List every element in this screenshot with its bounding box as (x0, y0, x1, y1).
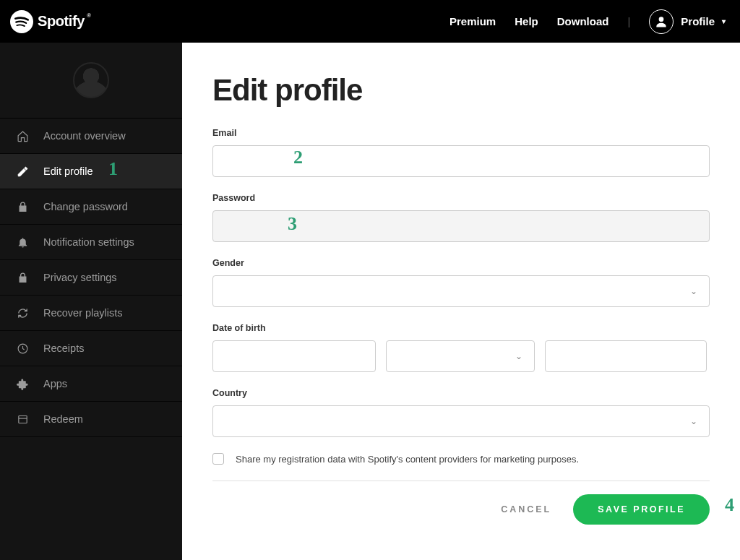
save-profile-button[interactable]: SAVE PROFILE (573, 494, 710, 525)
spotify-logo-icon (10, 10, 33, 33)
marketing-checkbox-row: Share my registration data with Spotify'… (212, 453, 710, 465)
sidebar-item-label: Recover playlists (43, 307, 123, 319)
page-title: Edit profile (212, 73, 710, 108)
country-select[interactable]: ⌄ (212, 405, 710, 437)
svg-rect-3 (18, 415, 26, 423)
sidebar-item-redeem[interactable]: Redeem (0, 402, 182, 437)
card-icon (16, 413, 29, 426)
label-country: Country (212, 388, 710, 398)
lock-icon (16, 201, 29, 213)
bell-icon (16, 236, 29, 249)
label-dob: Date of birth (212, 323, 710, 333)
sidebar-item-apps[interactable]: Apps (0, 366, 182, 402)
chevron-down-icon: ▾ (722, 17, 726, 25)
avatar-placeholder-icon (73, 62, 109, 98)
puzzle-icon (16, 378, 29, 390)
sidebar-item-overview[interactable]: Account overview (0, 119, 182, 154)
top-nav: Premium Help Download | Profile ▾ (449, 9, 726, 34)
password-input[interactable] (212, 210, 710, 242)
home-icon (16, 130, 29, 142)
avatar-icon (649, 9, 674, 34)
sidebar-item-change-password[interactable]: Change password (0, 189, 182, 225)
refresh-icon (16, 307, 29, 319)
sidebar-item-label: Privacy settings (43, 272, 117, 283)
profile-menu[interactable]: Profile ▾ (649, 9, 726, 34)
field-password: Password 3 (212, 193, 710, 242)
sidebar-item-label: Notification settings (43, 236, 134, 248)
nav-download[interactable]: Download (557, 15, 609, 27)
label-email: Email (212, 128, 710, 138)
sidebar: Account overview Edit profile 1 Change p… (0, 43, 182, 560)
sidebar-item-label: Apps (43, 378, 67, 389)
chevron-down-icon: ⌄ (690, 416, 697, 426)
button-row: CANCEL SAVE PROFILE 4 (212, 494, 710, 525)
cancel-button[interactable]: CANCEL (501, 504, 551, 514)
annotation-4: 4 (725, 494, 734, 516)
lock-icon (16, 272, 29, 284)
brand-name: Spotify (38, 13, 85, 30)
sidebar-item-notification-settings[interactable]: Notification settings (0, 225, 182, 260)
gender-select[interactable]: ⌄ (212, 275, 710, 307)
content: Edit profile Email 2 Password 3 Gender ⌄… (182, 43, 740, 560)
profile-label: Profile (681, 15, 715, 27)
dob-year-input[interactable] (545, 340, 707, 372)
nav-help[interactable]: Help (515, 15, 538, 27)
label-gender: Gender (212, 258, 710, 268)
sidebar-item-label: Redeem (43, 413, 83, 425)
sidebar-item-label: Account overview (43, 130, 126, 142)
sidebar-avatar-wrap (0, 43, 182, 119)
label-password: Password (212, 193, 710, 203)
logo[interactable]: Spotify ® (10, 10, 93, 33)
field-dob: Date of birth ⌄ (212, 323, 710, 372)
dob-month-select[interactable]: ⌄ (386, 340, 535, 372)
sidebar-item-privacy-settings[interactable]: Privacy settings (0, 260, 182, 296)
chevron-down-icon: ⌄ (690, 286, 697, 296)
field-country: Country ⌄ (212, 388, 710, 437)
field-email: Email 2 (212, 128, 710, 177)
registered-mark: ® (87, 12, 91, 19)
sidebar-item-label: Change password (43, 201, 128, 212)
sidebar-item-label: Edit profile (43, 165, 93, 177)
topbar: Spotify ® Premium Help Download | Profil… (0, 0, 740, 43)
separator (212, 481, 710, 481)
sidebar-item-recover-playlists[interactable]: Recover playlists (0, 296, 182, 331)
field-gender: Gender ⌄ (212, 258, 710, 307)
marketing-checkbox[interactable] (212, 453, 224, 465)
pencil-icon (16, 165, 29, 178)
clock-icon (16, 343, 29, 355)
sidebar-item-receipts[interactable]: Receipts (0, 331, 182, 366)
nav-premium[interactable]: Premium (449, 15, 496, 27)
sidebar-item-label: Receipts (43, 343, 84, 354)
svg-point-1 (659, 17, 664, 22)
sidebar-item-edit-profile[interactable]: Edit profile 1 (0, 154, 182, 189)
main: Account overview Edit profile 1 Change p… (0, 43, 740, 560)
marketing-checkbox-label: Share my registration data with Spotify'… (236, 454, 579, 465)
dob-day-input[interactable] (212, 340, 376, 372)
nav-divider: | (627, 15, 630, 27)
annotation-1: 1 (108, 158, 118, 180)
chevron-down-icon: ⌄ (515, 351, 522, 361)
email-input[interactable] (212, 145, 710, 177)
